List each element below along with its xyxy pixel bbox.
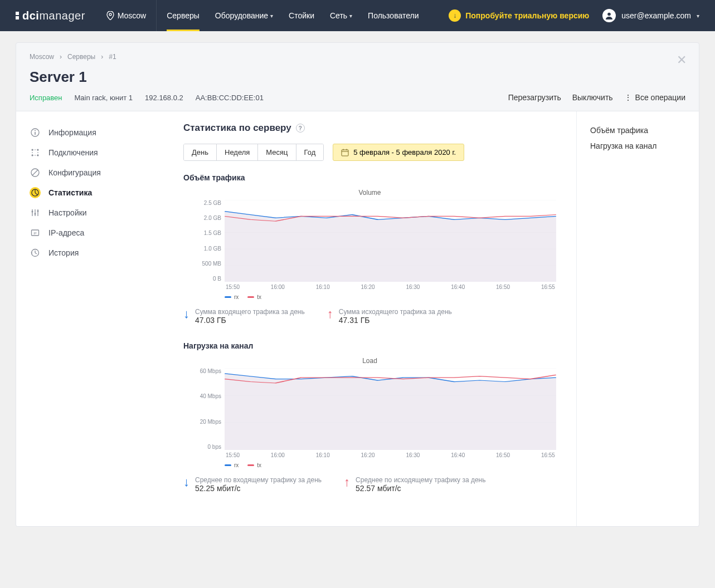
sidenav-statistics[interactable]: Статистика	[16, 183, 172, 203]
arrow-down-icon: ↓	[183, 476, 189, 493]
download-icon: ↓	[449, 9, 461, 22]
chevron-down-icon: ▾	[697, 13, 699, 19]
svg-point-16	[37, 210, 39, 212]
location-selector[interactable]: Moscow	[96, 0, 157, 31]
svg-point-0	[607, 13, 611, 16]
chart-load: Load 60 Mbps40 Mbps20 Mbps0 bps 15:5016:…	[183, 357, 556, 468]
period-day[interactable]: День	[184, 144, 217, 160]
svg-line-9	[32, 170, 38, 175]
stat-load-in: ↓ Среднее по входящему трафику за день52…	[183, 476, 322, 493]
stat-load-out: ↑ Среднее по исходящему трафику за день5…	[344, 476, 485, 493]
config-icon	[30, 167, 41, 178]
brand-logo[interactable]: dcimanager	[16, 9, 85, 22]
nav-equipment[interactable]: Оборудование▾	[207, 0, 281, 31]
arrow-up-icon: ↑	[327, 308, 333, 325]
info-icon	[30, 127, 41, 138]
period-month[interactable]: Месяц	[258, 144, 296, 160]
user-avatar-icon	[602, 9, 616, 22]
date-range-picker[interactable]: 5 февраля - 5 февраля 2020 г.	[333, 144, 464, 161]
nav-users[interactable]: Пользователи	[360, 0, 426, 31]
stat-volume-in: ↓ Сумма входящего трафика за день47.03 Г…	[183, 308, 305, 325]
shutdown-button[interactable]: Выключить	[572, 93, 613, 102]
svg-rect-2	[35, 132, 36, 135]
section-load-title: Нагрузка на канал	[183, 341, 556, 350]
status-badge: Исправен	[30, 94, 62, 102]
menu-dots-icon: ⋮	[624, 93, 632, 102]
breadcrumb: Moscow› Серверы› #1	[30, 53, 685, 61]
content-title: Статистика по серверу ?	[183, 122, 556, 134]
mac-address: AA:BB:CC:DD:EE:01	[196, 94, 264, 102]
chart-volume: Volume 2.5 GB2.0 GB1.5 GB1.0 GB500 MB0 B…	[183, 189, 556, 300]
breadcrumb-item: #1	[109, 53, 116, 61]
sidenav-settings[interactable]: Настройки	[16, 203, 172, 223]
period-week[interactable]: Неделя	[217, 144, 258, 160]
svg-point-14	[32, 211, 33, 213]
anchor-volume[interactable]: Объём трафика	[590, 122, 685, 138]
stat-volume-out: ↑ Сумма исходящего трафика за день47.31 …	[327, 308, 452, 325]
nav-network[interactable]: Сеть▾	[322, 0, 360, 31]
sidenav-config[interactable]: Конфигурация	[16, 163, 172, 183]
help-icon[interactable]: ?	[296, 124, 305, 133]
connections-icon	[30, 147, 41, 158]
settings-icon	[30, 207, 41, 218]
chevron-down-icon: ▾	[349, 13, 352, 19]
breadcrumb-item[interactable]: Moscow	[30, 53, 54, 61]
section-volume-title: Объём трафика	[183, 173, 556, 182]
ip-address: 192.168.0.2	[145, 94, 183, 102]
location-name: Moscow	[118, 11, 146, 20]
stats-icon	[30, 187, 41, 198]
location-pin-icon	[106, 11, 114, 20]
period-segmented: День Неделя Месяц Год	[183, 144, 324, 161]
trial-link[interactable]: ↓ Попробуйте триальную версию	[449, 9, 589, 22]
page-header: ✕ Moscow› Серверы› #1 Server 1 Исправен …	[16, 42, 699, 111]
svg-point-3	[35, 130, 36, 131]
user-menu[interactable]: user@example.com ▾	[602, 9, 699, 22]
nav-racks[interactable]: Стойки	[281, 0, 322, 31]
period-year[interactable]: Год	[296, 144, 324, 160]
calendar-icon	[341, 149, 349, 156]
arrow-down-icon: ↓	[183, 308, 189, 325]
breadcrumb-item[interactable]: Серверы	[67, 53, 95, 61]
all-operations-menu[interactable]: ⋮ Все операции	[624, 93, 685, 102]
sidenav-ips[interactable]: IPIP-адреса	[16, 223, 172, 243]
topbar: dcimanager Moscow Серверы Оборудование▾ …	[0, 0, 715, 31]
history-icon	[30, 247, 41, 258]
rack-location: Main rack, юнит 1	[75, 94, 133, 102]
chevron-down-icon: ▾	[270, 13, 273, 19]
ip-icon: IP	[30, 227, 41, 238]
side-nav: Информация Подключения Конфигурация Стат…	[16, 111, 172, 526]
sidenav-history[interactable]: История	[16, 243, 172, 263]
right-anchor-nav: Объём трафика Нагрузка на канал	[576, 111, 699, 526]
main-nav: Серверы Оборудование▾ Стойки Сеть▾ Польз…	[159, 0, 426, 31]
reboot-button[interactable]: Перезагрузить	[508, 93, 561, 102]
main-content: Статистика по серверу ? День Неделя Меся…	[172, 111, 576, 526]
close-button[interactable]: ✕	[677, 53, 687, 67]
sidenav-info[interactable]: Информация	[16, 122, 172, 143]
svg-text:IP: IP	[33, 232, 37, 235]
nav-servers[interactable]: Серверы	[159, 0, 207, 31]
anchor-load[interactable]: Нагрузка на канал	[590, 138, 685, 154]
page-title: Server 1	[30, 68, 685, 86]
arrow-up-icon: ↑	[344, 476, 350, 493]
svg-point-15	[35, 213, 36, 215]
sidenav-connections[interactable]: Подключения	[16, 143, 172, 163]
svg-rect-20	[342, 150, 348, 156]
